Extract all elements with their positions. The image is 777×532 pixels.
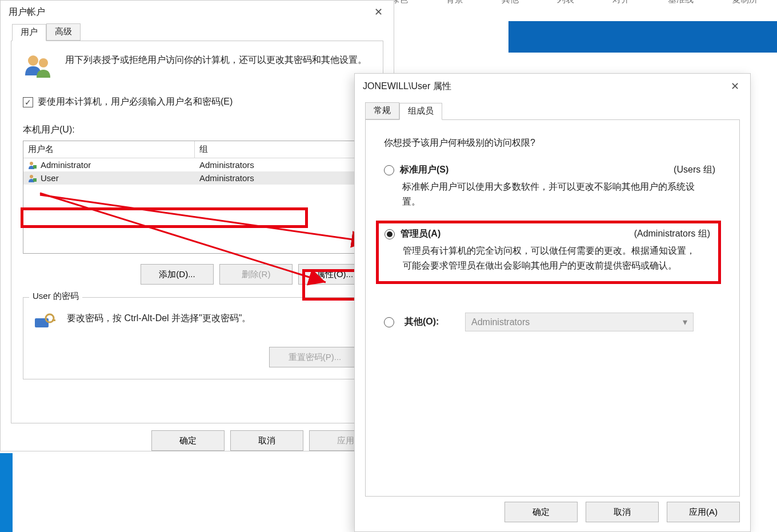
close-icon[interactable]: ✕ bbox=[363, 1, 394, 23]
require-login-checkbox-row[interactable]: ✓ 要使用本计算机，用户必须输入用户名和密码(E) bbox=[23, 96, 371, 108]
ok-button[interactable]: 确定 bbox=[151, 430, 225, 451]
users-table: 用户名 组 Administrator Administrators User bbox=[23, 141, 371, 254]
chevron-down-icon: ▾ bbox=[683, 317, 687, 327]
users-icon bbox=[23, 53, 54, 79]
dialog-title: JONEWILL\User 属性 bbox=[363, 81, 451, 93]
tab-advanced[interactable]: 高级 bbox=[46, 23, 81, 41]
cancel-button[interactable]: 取消 bbox=[230, 430, 303, 451]
tab-users[interactable]: 用户 bbox=[12, 24, 46, 41]
add-button[interactable]: 添加(D)... bbox=[141, 264, 214, 285]
user-icon bbox=[28, 174, 37, 183]
dialog-title-bar: 用户帐户 ✕ bbox=[1, 1, 394, 23]
svg-rect-5 bbox=[33, 178, 37, 182]
password-groupbox: User 的密码 要改密码，按 Ctrl-Alt-Del 并选择"更改密码"。 … bbox=[23, 297, 371, 379]
tab-page-users: 用下列表授予或拒绝用户访问你的计算机，还可以更改其密码和其他设置。 ✓ 要使用本… bbox=[11, 41, 383, 423]
radio-icon[interactable] bbox=[384, 165, 394, 175]
local-users-label: 本机用户(U): bbox=[23, 124, 371, 136]
highlight-admin-block: 管理员(A) (Administrators 组) 管理员有计算机的完全访问权，… bbox=[376, 221, 721, 284]
tab-general[interactable]: 常规 bbox=[365, 102, 399, 119]
delete-button: 删除(R) bbox=[219, 264, 293, 285]
table-row[interactable]: Administrator Administrators bbox=[23, 158, 371, 171]
password-legend: User 的密码 bbox=[29, 291, 82, 302]
svg-point-0 bbox=[28, 55, 38, 66]
svg-point-1 bbox=[39, 58, 48, 67]
user-icon bbox=[28, 161, 37, 170]
ok-button[interactable]: 确定 bbox=[504, 502, 578, 522]
svg-rect-8 bbox=[52, 319, 55, 321]
password-hint: 要改密码，按 Ctrl-Alt-Del 并选择"更改密码"。 bbox=[67, 313, 251, 325]
svg-rect-3 bbox=[33, 165, 37, 169]
radio-other[interactable] bbox=[384, 317, 394, 327]
user-accounts-dialog: 用户帐户 ✕ 用户 高级 用下列表授予或拒绝用户访问你的计算机，还可以更改其密码… bbox=[0, 0, 394, 451]
standard-desc: 标准帐户用户可以使用大多数软件，并可以更改不影响其他用户的系统设置。 bbox=[402, 179, 699, 209]
question-text: 你想授予该用户何种级别的访问权限? bbox=[384, 137, 721, 149]
tab-group-member[interactable]: 组成员 bbox=[399, 103, 442, 120]
close-icon[interactable]: ✕ bbox=[719, 75, 750, 97]
reset-password-button: 重置密码(P)... bbox=[269, 347, 361, 367]
key-icon bbox=[34, 313, 57, 332]
admin-desc: 管理员有计算机的完全访问权，可以做任何需要的更改。根据通知设置，可能会要求管理员… bbox=[403, 243, 700, 273]
col-user[interactable]: 用户名 bbox=[23, 141, 195, 158]
radio-icon[interactable] bbox=[385, 229, 395, 239]
taskbar-hint bbox=[0, 453, 13, 532]
cancel-button[interactable]: 取消 bbox=[586, 502, 659, 522]
dialog-title-bar: JONEWILL\User 属性 ✕ bbox=[355, 74, 750, 99]
tab-page-group-member: 你想授予该用户何种级别的访问权限? 标准用户(S) (Users 组) 标准帐户… bbox=[365, 119, 740, 497]
require-login-label: 要使用本计算机，用户必须输入用户名和密码(E) bbox=[38, 96, 233, 108]
other-label: 其他(O): bbox=[404, 316, 455, 328]
table-row[interactable]: User Administrators bbox=[23, 171, 371, 185]
ribbon-band bbox=[508, 21, 777, 53]
col-group[interactable]: 组 bbox=[195, 141, 371, 158]
dialog-title: 用户帐户 bbox=[9, 6, 45, 18]
intro-text: 用下列表授予或拒绝用户访问你的计算机，还可以更改其密码和其他设置。 bbox=[65, 53, 367, 79]
radio-admin-user[interactable]: 管理员(A) (Administrators 组) bbox=[385, 228, 712, 240]
apply-button[interactable]: 应用(A) bbox=[667, 502, 740, 522]
user-properties-dialog: JONEWILL\User 属性 ✕ 常规 组成员 你想授予该用户何种级别的访问… bbox=[354, 73, 751, 532]
svg-point-2 bbox=[30, 162, 33, 165]
svg-point-4 bbox=[30, 175, 33, 178]
other-group-select: Administrators ▾ bbox=[465, 313, 694, 331]
radio-standard-user[interactable]: 标准用户(S) (Users 组) bbox=[384, 164, 721, 176]
require-login-checkbox[interactable]: ✓ bbox=[23, 97, 33, 107]
